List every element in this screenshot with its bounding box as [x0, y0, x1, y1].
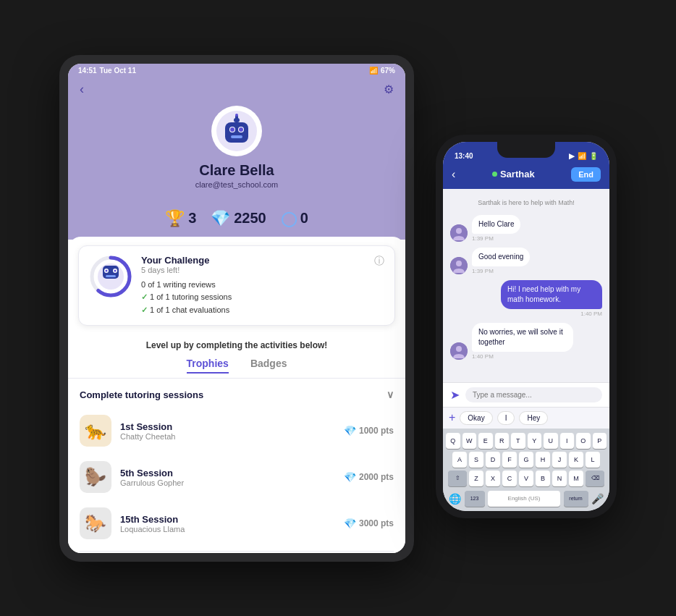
key-123[interactable]: 123 — [465, 491, 485, 507]
key-y[interactable]: Y — [528, 433, 542, 449]
gem-icon: 💎 — [211, 209, 230, 228]
svg-rect-18 — [106, 275, 116, 277]
iphone-nav-title: Sarthak — [492, 169, 535, 180]
pts-value-0: 1000 pts — [359, 426, 394, 436]
ipad-status-bar: 14:51 Tue Oct 11 📶 67% — [68, 64, 405, 77]
task-0: 0 of 1 writing reviews — [141, 279, 366, 292]
gem-stat: 💎 2250 — [211, 209, 266, 228]
ipad-time: 14:51 — [78, 67, 97, 75]
iphone-back-button[interactable]: ‹ — [452, 168, 455, 181]
end-button[interactable]: End — [571, 167, 601, 182]
key-e[interactable]: E — [478, 433, 493, 449]
key-shift[interactable]: ⇧ — [448, 471, 467, 486]
task-2: ✓ 1 of 1 chat evaluations — [141, 304, 366, 317]
message-bubble-0: Hello Clare — [472, 215, 520, 234]
back-button[interactable]: ‹ — [80, 82, 84, 97]
quick-reply-i[interactable]: I — [497, 411, 515, 425]
iphone-screen: 13:40 ▶ 📶 🔋 ‹ Sarthak End Sarth — [443, 142, 609, 511]
key-d[interactable]: D — [486, 452, 500, 468]
bubble-container-2: Hi! I need help with my math homework. 1… — [501, 280, 602, 317]
trophies-section-header[interactable]: Complete tutoring sessions ∨ — [68, 379, 405, 408]
animal-icon-1: 🦫 — [80, 461, 111, 493]
message-row-0: Hello Clare 1:39 PM — [450, 215, 602, 242]
key-w[interactable]: W — [462, 433, 477, 449]
iphone-status-right: ▶ 📶 🔋 — [569, 152, 598, 160]
challenge-subtitle: 5 days left! — [141, 266, 366, 274]
key-v[interactable]: V — [519, 471, 533, 486]
quick-reply-hey[interactable]: Hey — [519, 411, 548, 425]
key-r[interactable]: R — [495, 433, 510, 449]
mic-icon[interactable]: 🎤 — [591, 493, 604, 505]
key-k[interactable]: K — [569, 452, 583, 468]
gem-icon-0: 💎 — [344, 425, 356, 436]
key-o[interactable]: O — [576, 433, 591, 449]
signal-icon: ▶ — [569, 152, 575, 160]
add-quick-reply-icon[interactable]: + — [449, 411, 455, 424]
key-h[interactable]: H — [536, 452, 550, 468]
key-f[interactable]: F — [502, 452, 517, 468]
gear-button[interactable]: ⚙ — [384, 83, 394, 96]
key-space[interactable]: English (US) — [488, 491, 560, 507]
animal-icon-0: 🐆 — [80, 415, 111, 447]
trophy-details-1: 5th Session Garrulous Gopher — [120, 468, 335, 487]
send-arrow-icon[interactable]: ➤ — [450, 388, 460, 402]
key-n[interactable]: N — [552, 471, 567, 486]
iphone-nav-bar: ‹ Sarthak End — [443, 163, 609, 189]
level-up-text: Level up by completing the activities be… — [68, 334, 405, 355]
key-a[interactable]: A — [452, 452, 467, 468]
gem-count: 2250 — [234, 210, 266, 227]
message-row-1: Good evening 1:39 PM — [450, 248, 602, 274]
keyboard-row-1: A S D F G H J K L — [446, 452, 607, 468]
message-time-1: 1:39 PM — [472, 268, 530, 274]
bubble-container-0: Hello Clare 1:39 PM — [472, 215, 520, 242]
chevron-down-icon: ∨ — [386, 389, 394, 400]
key-g[interactable]: G — [519, 452, 533, 468]
stats-row: 🏆 3 💎 2250 ◯ 0 — [68, 202, 405, 240]
key-x[interactable]: X — [486, 471, 500, 486]
key-c[interactable]: C — [502, 471, 517, 486]
key-p[interactable]: P — [593, 433, 607, 449]
message-bubble-1: Good evening — [472, 248, 530, 266]
key-q[interactable]: Q — [446, 433, 460, 449]
list-item: 🐆 1st Session Chatty Cheetah 💎 1000 pts — [68, 408, 405, 454]
message-input[interactable] — [465, 387, 602, 402]
battery-icon-iphone: 🔋 — [589, 152, 598, 160]
quick-reply-row: + Okay I Hey — [443, 407, 609, 429]
key-t[interactable]: T — [511, 433, 525, 449]
trophy-animal-name-1: Garrulous Gopher — [120, 478, 335, 487]
tab-badges[interactable]: Badges — [250, 355, 287, 374]
key-i[interactable]: I — [560, 433, 575, 449]
key-m[interactable]: M — [569, 471, 583, 486]
key-u[interactable]: U — [544, 433, 558, 449]
key-b[interactable]: B — [536, 471, 550, 486]
trophy-pts-2: 💎 3000 pts — [344, 518, 394, 529]
key-s[interactable]: S — [469, 452, 483, 468]
svg-point-16 — [106, 269, 108, 271]
avatar-small-0 — [450, 224, 468, 242]
divider — [80, 551, 394, 552]
trophy-details-2: 15th Session Loquacious Llama — [120, 514, 335, 533]
message-bubble-2: Hi! I need help with my math homework. — [501, 280, 602, 309]
trophy-details-0: 1st Session Chatty Cheetah — [120, 421, 335, 441]
ipad-content: Your Challenge 5 days left! 0 of 1 writi… — [68, 237, 405, 553]
keyboard-bottom-row: 🌐 123 English (US) return 🎤 — [446, 489, 607, 508]
key-z[interactable]: Z — [469, 471, 483, 486]
wifi-icon-iphone: 📶 — [578, 152, 586, 160]
trophy-pts-1: 💎 2000 pts — [344, 471, 394, 483]
trophy-pts-0: 💎 1000 pts — [344, 425, 394, 436]
svg-rect-6 — [231, 135, 242, 138]
avatar — [211, 106, 262, 156]
globe-icon[interactable]: 🌐 — [449, 493, 461, 505]
quick-reply-okay[interactable]: Okay — [460, 411, 492, 425]
trophy-icon: 🏆 — [165, 209, 185, 228]
key-j[interactable]: J — [552, 452, 567, 468]
key-l[interactable]: L — [586, 452, 600, 468]
tab-trophies[interactable]: Trophies — [187, 355, 229, 374]
battery-label: 67% — [381, 67, 395, 75]
scene: 14:51 Tue Oct 11 📶 67% ‹ ⚙ — [0, 0, 676, 616]
trophy-animal-name-0: Chatty Cheetah — [120, 432, 335, 441]
user-email: clare@test_school.com — [195, 180, 279, 189]
keyboard[interactable]: Q W E R T Y U I O P A S D F G H — [443, 429, 609, 511]
key-delete[interactable]: ⌫ — [586, 471, 604, 486]
key-return[interactable]: return — [564, 491, 588, 507]
